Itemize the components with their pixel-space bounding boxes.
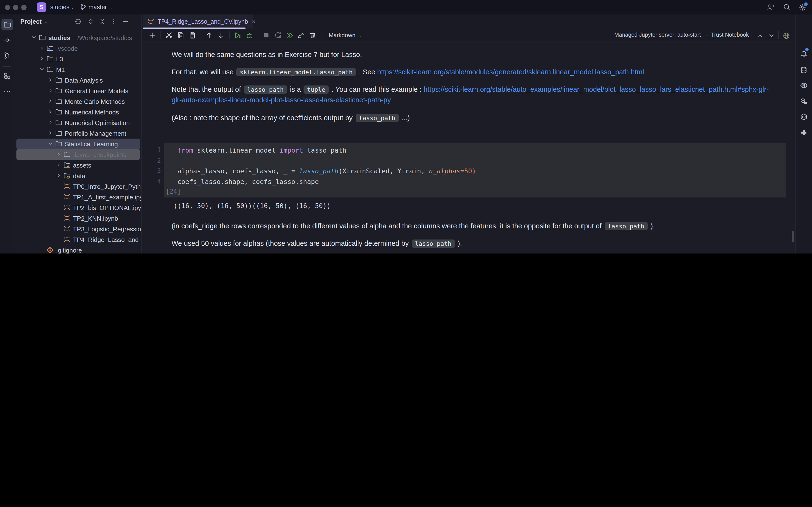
close-tab-icon[interactable]: ×: [252, 18, 255, 25]
ai-assistant-button[interactable]: [798, 95, 810, 107]
tree-item-label: .gitignore: [56, 246, 82, 253]
project-switcher[interactable]: studies: [50, 4, 69, 10]
code-line[interactable]: alphas_lasso, coefs_lasso, _ = lasso_pat…: [177, 167, 476, 175]
token-plain: sklearn.linear_model: [193, 146, 280, 154]
tree-item-tp2-bis-optional-ipynb[interactable]: TP2_bis_OPTIONAL.ipynb: [14, 202, 141, 213]
chevron-right-icon[interactable]: [47, 88, 54, 95]
chevron-right-icon[interactable]: [56, 162, 62, 169]
tree-item-tp0-intro-jupyter-python-ip[interactable]: TP0_Intro_Jupyter_Python.ip: [14, 181, 141, 192]
tree-item-m1[interactable]: M1: [14, 64, 141, 75]
tree-item-data[interactable]: data: [14, 170, 141, 181]
panel-options-button[interactable]: [110, 18, 117, 27]
cell-type-dropdown[interactable]: Markdown ⌄: [329, 32, 362, 39]
structure-tool-button[interactable]: [1, 70, 13, 81]
r-tools-button[interactable]: R: [798, 80, 810, 91]
copy-cell-button[interactable]: [175, 30, 187, 41]
chevron-right-icon[interactable]: [47, 130, 54, 137]
tree-item-tp4-ridge-lasso-and-cv-ip[interactable]: TP4_Ridge_Lasso_and_CV.ip: [14, 234, 141, 245]
dependencies-button[interactable]: [798, 111, 810, 123]
zoom-window-button[interactable]: [21, 5, 27, 10]
commit-tool-button[interactable]: [1, 34, 13, 46]
token-plain: (: [339, 167, 343, 175]
inline-code: lasso_path: [355, 114, 399, 122]
tree-item-vscode[interactable]: .vscode: [14, 43, 141, 54]
line-number: 1: [142, 146, 161, 154]
plugins-button[interactable]: [798, 127, 810, 138]
tree-item-monte-carlo-methods[interactable]: Monte Carlo Methods: [14, 96, 141, 107]
tree-item-tp3-logistic-regression-an[interactable]: TP3_Logistic_Regression_an: [14, 224, 141, 234]
tree-item-numerical-optimisation[interactable]: Numerical Optimisation: [14, 117, 141, 128]
chevron-right-icon[interactable]: [56, 151, 62, 159]
trust-notebook-button[interactable]: Trust Notebook: [711, 32, 749, 38]
tree-item-portfolio-management[interactable]: Portfolio Management: [14, 128, 141, 138]
code-line[interactable]: from sklearn.linear_model import lasso_p…: [177, 146, 346, 154]
project-tool-button[interactable]: [1, 19, 13, 31]
tree-item-statistical-learning[interactable]: Statistical Learning: [14, 138, 141, 149]
chevron-right-icon[interactable]: [39, 56, 45, 63]
tree-item-tp1-a-first-example-ipynb[interactable]: TP1_A_first_example.ipynb: [14, 192, 141, 202]
jupyter-server-dropdown[interactable]: Managed Jupyter server: auto-start⌄: [614, 32, 708, 38]
tree-item-l3[interactable]: L3: [14, 54, 141, 64]
restart-kernel-button[interactable]: [272, 30, 284, 41]
run-all-cells-button[interactable]: [284, 30, 295, 41]
hide-panel-button[interactable]: [122, 18, 129, 27]
chevron-down-icon: ⌄: [70, 5, 74, 10]
markdown-line: We used 50 values for alphas (those valu…: [171, 239, 462, 247]
folder-icon: [55, 119, 62, 126]
tree-item-general-linear-models[interactable]: General Linear Models: [14, 86, 141, 96]
chevron-right-icon[interactable]: [47, 119, 54, 127]
move-cell-down-button[interactable]: [215, 30, 227, 41]
project-panel-title[interactable]: Project: [20, 18, 42, 25]
delete-cell-button[interactable]: [307, 30, 318, 41]
chevron-right-icon[interactable]: [39, 45, 45, 53]
debug-cell-button[interactable]: [244, 30, 255, 41]
tree-item-ipynb-checkpoints[interactable]: .ipynb_checkpoints: [14, 149, 141, 160]
prev-cell-icon[interactable]: [755, 32, 764, 40]
locate-file-button[interactable]: [74, 18, 82, 27]
next-cell-icon[interactable]: [767, 32, 776, 40]
chevron-right-icon[interactable]: [47, 77, 54, 84]
jupyter-icon: [63, 214, 70, 222]
tree-item-assets[interactable]: assets: [14, 160, 141, 170]
tree-item-tp2-knn-ipynb[interactable]: TP2_KNN.ipynb: [14, 213, 141, 224]
expand-all-button[interactable]: [87, 18, 94, 27]
tree-item-studies[interactable]: studies~/Workspace/studies: [14, 32, 141, 43]
hyperlink[interactable]: https://scikit-learn.org/stable/modules/…: [377, 68, 644, 76]
add-user-icon[interactable]: [767, 3, 774, 11]
more-tools-button[interactable]: [1, 86, 13, 97]
database-button[interactable]: [798, 64, 810, 75]
tree-item-label: .ipynb_checkpoints: [73, 151, 126, 158]
globe-icon[interactable]: [782, 32, 790, 40]
token-kw: import: [280, 146, 303, 154]
chevron-right-icon[interactable]: [47, 98, 54, 106]
move-cell-up-button[interactable]: [203, 30, 215, 41]
hyperlink[interactable]: glr-auto-examples-linear-model-plot-lass…: [171, 96, 391, 104]
code-line[interactable]: coefs_lasso.shape, coefs_lasso.shape: [177, 177, 319, 185]
collapse-all-button[interactable]: [99, 18, 106, 27]
chevron-down-icon[interactable]: [47, 140, 54, 148]
clear-outputs-button[interactable]: [295, 30, 307, 41]
tree-item-data-analysis[interactable]: Data Analysis: [14, 75, 141, 86]
add-cell-button[interactable]: [146, 30, 158, 41]
paste-cell-button[interactable]: [187, 30, 198, 41]
hyperlink[interactable]: https://scikit-learn.org/stable/auto_exa…: [424, 86, 769, 93]
chevron-down-icon[interactable]: [31, 34, 38, 42]
editor-scrollbar-thumb[interactable]: [792, 231, 794, 242]
branch-switcher[interactable]: master: [89, 4, 107, 10]
search-icon[interactable]: [783, 3, 791, 11]
tree-item-gitignore[interactable]: .gitignore: [14, 245, 141, 253]
chevron-right-icon[interactable]: [56, 172, 62, 180]
chevron-right-icon[interactable]: [47, 109, 54, 116]
notifications-button[interactable]: [798, 48, 810, 60]
chevron-down-icon[interactable]: [39, 66, 45, 74]
active-tab-indicator: [143, 27, 246, 29]
tab-notebook[interactable]: TP4_Ridge_Lasso_and_CV.ipynb ×: [143, 14, 253, 29]
tree-item-numerical-methods[interactable]: Numerical Methods: [14, 107, 141, 117]
cut-cell-button[interactable]: [163, 30, 175, 41]
minimize-window-button[interactable]: [13, 5, 18, 10]
stop-kernel-button[interactable]: [260, 30, 272, 41]
line-number: 3: [142, 167, 161, 174]
run-cell-button[interactable]: [232, 30, 244, 41]
pull-requests-tool-button[interactable]: [1, 50, 13, 61]
close-window-button[interactable]: [5, 5, 10, 10]
